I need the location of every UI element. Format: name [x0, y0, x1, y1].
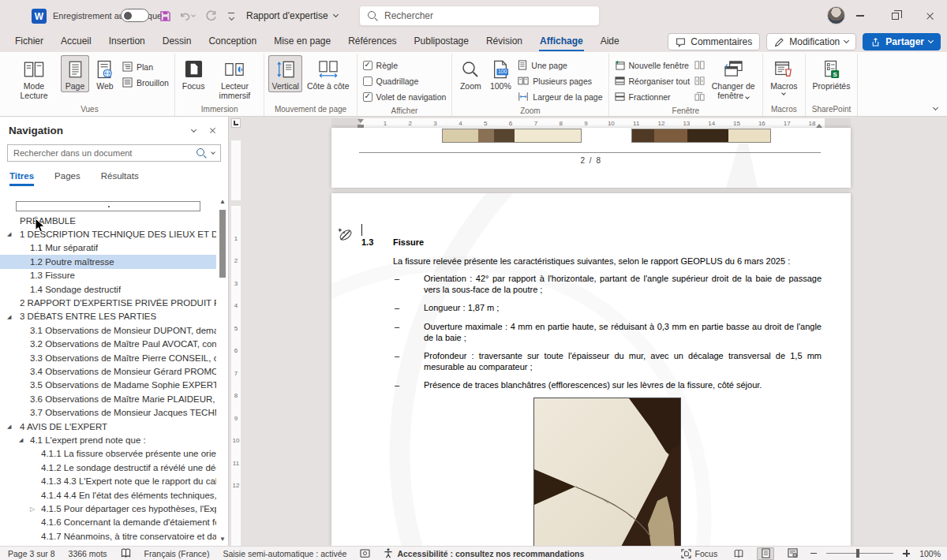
nav-heading[interactable]: 1.3 Fissure — [0, 269, 216, 282]
multiple-pages-button[interactable]: Plusieurs pages — [518, 74, 602, 88]
headings-filter-box[interactable] — [16, 201, 200, 211]
nav-heading[interactable]: 4.1.3 4.3 L'Expert note que le rapport d… — [0, 474, 216, 487]
page-2-fragment[interactable]: 2 / 8 — [331, 128, 851, 188]
mode-lecture-button[interactable]: Mode Lecture — [9, 55, 59, 103]
nav-tab-resultats[interactable]: Résultats — [101, 171, 139, 186]
comments-button[interactable]: Commentaires — [668, 33, 760, 50]
side-to-side-button[interactable]: Côte à côte — [304, 55, 353, 92]
arrange-all-button[interactable]: Réorganiser tout — [615, 74, 691, 88]
plan-view-button[interactable]: Plan — [122, 60, 169, 73]
editing-mode-button[interactable]: Modification — [766, 33, 856, 50]
nav-heading[interactable]: 4.1.6 Concernant la demande d'étaiement … — [0, 516, 216, 529]
nav-heading[interactable]: 1.4 Sondage destructif — [0, 282, 216, 296]
word-app-icon[interactable]: W — [32, 9, 47, 24]
gridlines-checkbox-row[interactable]: Quadrillage — [363, 74, 447, 88]
vertical-button[interactable]: Vertical — [268, 55, 301, 92]
zoom-100-button[interactable]: 100 100% — [486, 55, 515, 92]
nav-search-icon[interactable] — [197, 148, 207, 159]
nav-heading[interactable]: ◢4 AVIS DE L'EXPERT — [0, 420, 216, 433]
word-count[interactable]: 3366 mots — [69, 549, 107, 558]
zoom-button[interactable]: Zoom — [456, 55, 485, 92]
nav-heading[interactable]: 4.1.7 Néanmoins, à titre conservatoire e… — [0, 529, 216, 543]
navpane-checkbox-row[interactable]: Volet de navigation — [363, 90, 447, 103]
collapse-arrow-icon[interactable]: ◢ — [7, 314, 11, 320]
page-width-button[interactable]: Largeur de la page — [518, 90, 602, 103]
collapse-ribbon-icon[interactable] — [933, 105, 938, 110]
expand-arrow-icon[interactable]: ▷ — [30, 506, 35, 513]
nav-heading[interactable]: PRÉAMBULE — [0, 214, 216, 227]
redo-button[interactable] — [202, 8, 219, 24]
autocomplete-indicator[interactable]: Saisie semi-automatique : activée — [223, 549, 346, 558]
zoom-percentage[interactable]: 100% — [919, 549, 941, 558]
nav-heading[interactable]: 1.1 Mur séparatif — [0, 241, 216, 255]
ruler-checkbox-row[interactable]: Règle — [363, 58, 447, 72]
zoom-out-icon[interactable] — [810, 553, 817, 554]
quick-access-overflow-icon[interactable] — [223, 8, 240, 24]
split-button[interactable]: Fractionner — [615, 90, 691, 103]
focus-button[interactable]: Focus — [179, 55, 208, 92]
new-window-button[interactable]: Nouvelle fenêtre — [615, 58, 691, 72]
nav-heading[interactable]: ▷4.1.5 Pour départager ces hypothèses, l… — [0, 502, 216, 515]
nav-search-input[interactable] — [13, 148, 192, 158]
zoom-slider-thumb[interactable] — [856, 549, 859, 558]
tab-references[interactable]: Références — [339, 32, 405, 51]
tab-accueil[interactable]: Accueil — [52, 32, 100, 51]
scroll-down-icon[interactable]: ▼ — [219, 536, 226, 543]
zoom-in-icon[interactable] — [903, 550, 910, 557]
immersive-reader-button[interactable]: Lecteur immersif — [209, 55, 260, 103]
tab-revision[interactable]: Révision — [477, 32, 531, 51]
view-read-mode-button[interactable] — [730, 547, 747, 560]
nav-heading[interactable]: 3.6 Observations de Maître Marie PLAIDEU… — [0, 392, 216, 405]
vertical-ruler[interactable]: 123456789101112 — [231, 129, 241, 546]
search-input[interactable] — [384, 10, 591, 21]
photo-thumbnail-right[interactable] — [631, 129, 771, 143]
proofing-icon[interactable] — [121, 548, 131, 558]
autosave-toggle[interactable] — [121, 9, 149, 22]
tab-mise-en-page[interactable]: Mise en page — [265, 32, 339, 51]
collapse-arrow-icon[interactable]: ◢ — [7, 424, 11, 430]
nav-heading[interactable]: ◢1 DESCRIPTION TECHNIQUE DES LIEUX ET DE… — [0, 227, 216, 241]
nav-heading[interactable]: 2 RAPPORT D'EXPERTISE PRIVÉE PRODUIT PAR… — [0, 296, 216, 309]
search-box[interactable] — [359, 6, 600, 26]
scroll-up-icon[interactable]: ▲ — [219, 199, 226, 205]
page-3[interactable]: 1.3 Fissure La fissure relevée présente … — [331, 193, 851, 546]
nav-heading[interactable]: 4.1.4 4.4 En l'état des éléments techniq… — [0, 488, 216, 502]
reset-window-position-button[interactable] — [694, 90, 705, 103]
properties-button[interactable]: S Propriétés — [810, 55, 854, 92]
navpane-close-icon[interactable] — [209, 127, 216, 134]
page-indicator[interactable]: Page 3 sur 8 — [8, 549, 55, 558]
recording-indicator-icon[interactable] — [360, 549, 370, 558]
view-print-layout-button[interactable] — [757, 547, 774, 560]
synchronous-scrolling-button[interactable] — [694, 74, 705, 88]
collapse-arrow-icon[interactable]: ◢ — [7, 231, 11, 237]
share-button[interactable]: Partager — [863, 33, 941, 50]
undo-button[interactable] — [178, 8, 195, 24]
nav-heading-selected[interactable]: 1.2 Poutre maîtresse — [0, 255, 216, 268]
tab-stop-selector[interactable] — [231, 118, 241, 128]
save-icon[interactable] — [156, 8, 174, 24]
collapse-arrow-icon[interactable]: ◢ — [19, 437, 23, 443]
nav-heading[interactable]: ◢3 DÉBATS ENTRE LES PARTIES — [0, 310, 216, 323]
nav-heading[interactable]: 3.5 Observations de Madame Sophie EXPERT… — [0, 379, 216, 392]
switch-windows-button[interactable]: Changer de fenêtre — [708, 55, 758, 103]
photo-thumbnail-left[interactable] — [442, 129, 582, 143]
brouillon-view-button[interactable]: Brouillon — [122, 76, 169, 89]
document-title[interactable]: Rapport d'expertise — [246, 10, 338, 21]
nav-tab-pages[interactable]: Pages — [54, 171, 80, 186]
nav-heading[interactable]: 3.1 Observations de Monsieur DUPONT, dem… — [0, 323, 216, 337]
indent-marker-left[interactable] — [357, 119, 364, 128]
zoom-slider[interactable] — [826, 553, 893, 554]
nav-tab-titres[interactable]: Titres — [9, 171, 34, 186]
tab-publipostage[interactable]: Publipostage — [406, 32, 477, 51]
ruler-checkbox[interactable] — [363, 61, 372, 70]
editor-pen-icon[interactable] — [336, 225, 355, 244]
navpane-options-chevron-icon[interactable] — [191, 126, 197, 132]
indent-marker-right[interactable] — [816, 121, 822, 128]
crack-photo[interactable] — [533, 398, 681, 546]
navpane-checkbox[interactable] — [363, 92, 372, 102]
nav-heading[interactable]: 4.1.1 La fissure observée présente une o… — [0, 447, 216, 461]
nav-scroll-thumb[interactable] — [219, 210, 226, 278]
tab-dessin[interactable]: Dessin — [154, 32, 200, 51]
nav-search-box[interactable] — [7, 144, 221, 162]
gridlines-checkbox[interactable] — [363, 77, 372, 86]
